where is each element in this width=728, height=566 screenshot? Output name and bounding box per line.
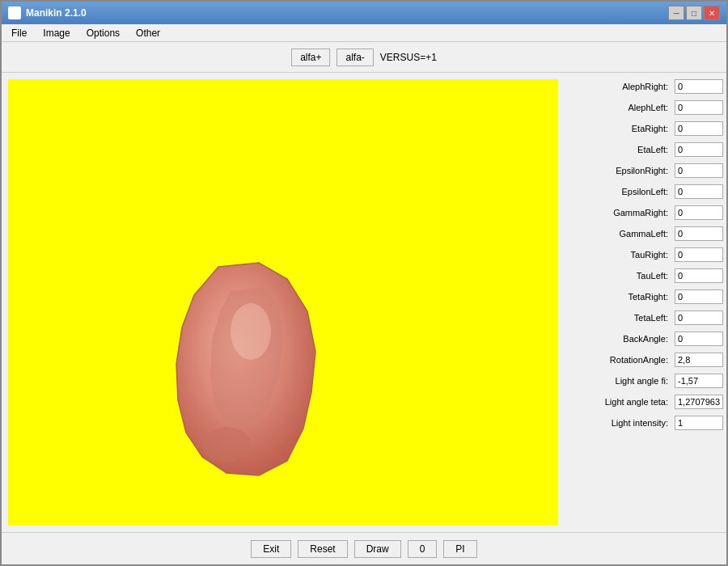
param-input-5[interactable]: [675, 184, 723, 199]
param-input-15[interactable]: [675, 395, 723, 409]
param-label-0: AlephRight:: [568, 82, 671, 91]
param-row: AlephRight:: [568, 79, 723, 94]
param-row: BackAngle:: [568, 332, 723, 346]
param-row: GammaRight:: [568, 205, 723, 220]
param-input-9[interactable]: [675, 268, 723, 283]
svg-point-3: [231, 303, 271, 360]
canvas-view: [8, 79, 558, 526]
bottom-btn-draw[interactable]: Draw: [354, 540, 401, 558]
alfa-plus-button[interactable]: alfa+: [291, 49, 330, 66]
param-input-2[interactable]: [675, 121, 723, 136]
param-input-16[interactable]: [675, 416, 723, 430]
param-label-16: Light intensity:: [568, 418, 671, 428]
close-button[interactable]: ✕: [704, 6, 720, 20]
param-label-4: EpsilonRight:: [568, 166, 671, 175]
versus-label: VERSUS=+1: [380, 52, 437, 63]
param-label-11: TetaLeft:: [568, 313, 671, 323]
param-row: Light intensity:: [568, 416, 723, 430]
param-input-0[interactable]: [675, 79, 723, 94]
param-row: TetaLeft:: [568, 310, 723, 325]
param-label-6: GammaRight:: [568, 208, 671, 218]
param-input-7[interactable]: [675, 226, 723, 241]
toolbar: alfa+ alfa- VERSUS=+1: [2, 42, 726, 73]
menu-image[interactable]: Image: [36, 26, 76, 40]
param-label-13: RotationAngle:: [568, 355, 671, 365]
param-label-8: TauRight:: [568, 250, 671, 260]
param-row: AlephLeft:: [568, 100, 723, 115]
param-label-5: EpsilonLeft:: [568, 187, 671, 196]
param-input-12[interactable]: [675, 332, 723, 346]
param-input-10[interactable]: [675, 289, 723, 304]
bottom-btn-reset[interactable]: Reset: [298, 540, 347, 558]
param-row: TauLeft:: [568, 268, 723, 283]
param-row: TetaRight:: [568, 289, 723, 304]
bottom-btn-pi[interactable]: PI: [443, 540, 476, 558]
window-title: Manikin 2.1.0: [26, 7, 87, 19]
param-row: Light angle teta:: [568, 395, 723, 409]
bottom-btn-exit[interactable]: Exit: [251, 540, 291, 558]
param-row: Light angle fi:: [568, 374, 723, 388]
param-label-1: AlephLeft:: [568, 103, 671, 112]
maximize-button[interactable]: □: [686, 6, 702, 20]
param-label-2: EtaRight:: [568, 124, 671, 133]
param-input-3[interactable]: [675, 142, 723, 157]
menu-bar: File Image Options Other: [2, 24, 726, 42]
param-input-1[interactable]: [675, 100, 723, 115]
minimize-button[interactable]: ─: [668, 6, 684, 20]
param-row: EpsilonLeft:: [568, 184, 723, 199]
param-label-12: BackAngle:: [568, 334, 671, 344]
canvas-area: [2, 73, 565, 532]
params-container: AlephRight:AlephLeft:EtaRight:EtaLeft:Ep…: [568, 79, 723, 430]
param-row: EpsilonRight:: [568, 163, 723, 178]
param-label-14: Light angle fi:: [568, 376, 671, 386]
param-label-10: TetaRight:: [568, 292, 671, 302]
app-icon: [8, 6, 21, 19]
bottom-bar: ExitResetDraw0PI: [2, 532, 726, 564]
window-controls: ─ □ ✕: [668, 6, 720, 20]
main-window: Manikin 2.1.0 ─ □ ✕ File Image Options O…: [0, 0, 728, 566]
ear-model: [154, 259, 324, 481]
title-bar-left: Manikin 2.1.0: [8, 6, 87, 19]
menu-options[interactable]: Options: [80, 26, 126, 40]
menu-file[interactable]: File: [5, 26, 33, 40]
param-input-6[interactable]: [675, 205, 723, 220]
param-input-4[interactable]: [675, 163, 723, 178]
svg-point-2: [202, 427, 251, 463]
param-label-7: GammaLeft:: [568, 229, 671, 239]
param-row: TauRight:: [568, 247, 723, 262]
bottom-btn-0[interactable]: 0: [408, 540, 438, 558]
sidebar: AlephRight:AlephLeft:EtaRight:EtaLeft:Ep…: [565, 73, 726, 532]
param-label-9: TauLeft:: [568, 271, 671, 281]
main-area: AlephRight:AlephLeft:EtaRight:EtaLeft:Ep…: [2, 73, 726, 532]
param-label-3: EtaLeft:: [568, 145, 671, 154]
title-bar: Manikin 2.1.0 ─ □ ✕: [2, 2, 726, 24]
alfa-minus-button[interactable]: alfa-: [336, 49, 373, 66]
param-input-14[interactable]: [675, 374, 723, 388]
param-input-8[interactable]: [675, 247, 723, 262]
param-row: GammaLeft:: [568, 226, 723, 241]
menu-other[interactable]: Other: [129, 26, 167, 40]
param-row: EtaRight:: [568, 121, 723, 136]
param-input-11[interactable]: [675, 310, 723, 325]
param-row: RotationAngle:: [568, 353, 723, 367]
param-row: EtaLeft:: [568, 142, 723, 157]
param-input-13[interactable]: [675, 353, 723, 367]
param-label-15: Light angle teta:: [568, 397, 671, 407]
bottom-buttons: ExitResetDraw0PI: [251, 540, 476, 558]
